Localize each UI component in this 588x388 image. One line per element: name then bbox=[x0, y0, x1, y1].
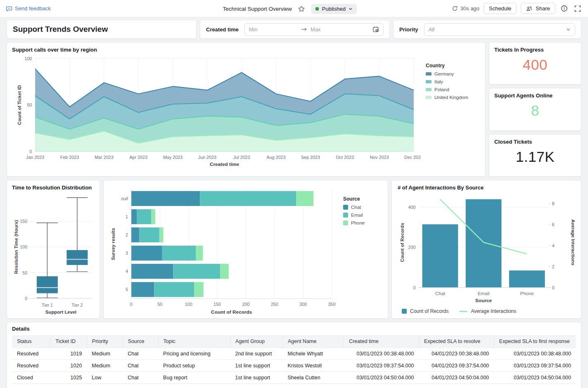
table-row[interactable]: Closed1025LowChatBug report1st line supp… bbox=[12, 372, 576, 384]
svg-text:2: 2 bbox=[552, 264, 555, 269]
page-title: Support Trends Overview bbox=[13, 25, 108, 34]
table-cell: 03/01/2023 00:38:48.000 bbox=[494, 348, 576, 360]
table-cell: 04/01/2023 04:50:04.000 bbox=[419, 372, 494, 384]
bar-swatch bbox=[402, 309, 407, 314]
details-card: Details StatusTicket IDPrioritySourceTop… bbox=[7, 322, 581, 388]
refresh-button[interactable]: 30s ago bbox=[452, 5, 479, 12]
chart-title: Time to Resolution Distribution bbox=[12, 185, 95, 191]
created-time-range-input[interactable]: Min Max bbox=[244, 23, 384, 36]
agent-interactions-chart-card: # of Agent Interactions By Source 020040… bbox=[391, 180, 581, 319]
table-cell: 03/01/2023 04:50:04.000 bbox=[494, 372, 576, 384]
column-header[interactable]: Agent Name bbox=[282, 335, 344, 348]
created-time-filter: Created time Min Max bbox=[200, 20, 390, 39]
line-swatch bbox=[459, 311, 467, 312]
svg-text:0: 0 bbox=[25, 296, 27, 301]
svg-text:Count of Records: Count of Records bbox=[400, 223, 405, 262]
send-feedback-link[interactable]: Send feedback bbox=[6, 5, 51, 12]
svg-text:Apr 2023: Apr 2023 bbox=[129, 155, 147, 160]
star-icon[interactable] bbox=[297, 4, 306, 14]
kpi-value: 8 bbox=[494, 95, 576, 126]
table-cell: 1025 bbox=[50, 372, 87, 384]
svg-text:Oct 2023: Oct 2023 bbox=[336, 155, 354, 160]
send-feedback-label: Send feedback bbox=[15, 5, 51, 12]
top-bar: Send feedback Technical Support Overview… bbox=[0, 0, 588, 17]
column-header[interactable]: Topic bbox=[158, 335, 230, 348]
legend-swatch bbox=[343, 205, 348, 210]
column-header[interactable]: Priority bbox=[87, 335, 123, 348]
publish-status-dropdown[interactable]: Published bbox=[311, 4, 357, 14]
svg-text:4: 4 bbox=[126, 269, 128, 274]
svg-text:150: 150 bbox=[213, 302, 221, 307]
publish-status-label: Published bbox=[322, 6, 346, 12]
details-title: Details bbox=[12, 326, 576, 332]
column-header[interactable]: Expected SLA to first response bbox=[494, 335, 576, 348]
table-row[interactable]: Resolved1020MediumChatProduct setup1st l… bbox=[12, 360, 576, 372]
svg-text:Survey results: Survey results bbox=[111, 228, 116, 260]
priority-select[interactable]: All bbox=[424, 23, 575, 36]
svg-text:Sep 2023: Sep 2023 bbox=[301, 155, 320, 160]
table-header-row: StatusTicket IDPrioritySourceTopicAgent … bbox=[12, 335, 576, 348]
table-cell: Chat bbox=[123, 372, 158, 384]
stacked-bar-chart: 0 50 100 150 200 250 300 350null12345Cou… bbox=[109, 185, 343, 314]
svg-text:50: 50 bbox=[157, 302, 162, 307]
svg-text:2: 2 bbox=[126, 232, 128, 237]
column-header[interactable]: Expected SLA to resolve bbox=[419, 335, 494, 348]
legend-label: Phone bbox=[351, 220, 365, 225]
info-icon[interactable] bbox=[560, 4, 569, 13]
priority-value: All bbox=[429, 26, 566, 33]
kpi-card: Tickets In Progress 400 bbox=[489, 42, 581, 85]
svg-text:0: 0 bbox=[413, 285, 415, 290]
svg-text:null: null bbox=[121, 196, 128, 201]
column-header[interactable]: Created time bbox=[344, 335, 419, 348]
table-row[interactable]: Resolved1019MediumChatPricing and licens… bbox=[12, 348, 576, 360]
svg-text:Jan 2023: Jan 2023 bbox=[26, 155, 44, 160]
column-header[interactable]: Agent Group bbox=[230, 335, 283, 348]
legend-label: United Kingdom bbox=[434, 95, 468, 100]
calendar-icon bbox=[372, 26, 379, 33]
svg-text:50: 50 bbox=[22, 270, 27, 275]
people-icon bbox=[526, 6, 533, 12]
legend-swatch bbox=[343, 213, 348, 218]
svg-text:200: 200 bbox=[408, 245, 415, 250]
svg-text:Support Level: Support Level bbox=[45, 310, 76, 315]
area-chart: 0 50 100Jan 2023Feb 2023Mar 2023Apr 2023… bbox=[12, 54, 426, 172]
priority-filter: Priority All bbox=[393, 20, 581, 39]
legend-label: Italy bbox=[434, 79, 443, 84]
legend-item: Email bbox=[343, 213, 383, 218]
table-cell: Sheela Cutten bbox=[282, 372, 344, 384]
speech-bubble-icon bbox=[6, 5, 12, 12]
svg-text:May 2023: May 2023 bbox=[163, 155, 183, 160]
legend-item: Chat bbox=[343, 205, 383, 210]
svg-text:50: 50 bbox=[27, 102, 32, 107]
legend-label: Average Interactions bbox=[471, 308, 516, 314]
combo-chart: 0200400 0 2 4 6 8ChatEmailPhoneSourceCou… bbox=[398, 191, 575, 308]
last-refreshed-label: 30s ago bbox=[460, 5, 479, 12]
table-cell: Medium bbox=[87, 348, 123, 360]
table-cell: 04/01/2023 00:38:48.000 bbox=[419, 348, 494, 360]
share-label: Share bbox=[536, 5, 550, 12]
fullscreen-icon[interactable] bbox=[573, 4, 582, 13]
legend-title: Country bbox=[426, 63, 480, 69]
table-cell: Bug report bbox=[158, 372, 230, 384]
table-cell: Closed bbox=[12, 372, 50, 384]
column-header[interactable]: Source bbox=[123, 335, 158, 348]
table-cell: Kristos Westoll bbox=[282, 360, 344, 372]
table-cell: Michele Whyatt bbox=[282, 348, 344, 360]
legend-label: Count of Records bbox=[410, 308, 448, 314]
svg-text:Feb 2023: Feb 2023 bbox=[60, 155, 79, 160]
column-header[interactable]: Ticket ID bbox=[50, 335, 87, 348]
priority-label: Priority bbox=[399, 26, 418, 33]
svg-text:1: 1 bbox=[126, 214, 128, 219]
table-cell: 03/01/2023 04:50:04.000 bbox=[344, 372, 419, 384]
schedule-label: Schedule bbox=[489, 5, 511, 12]
table-cell: Medium bbox=[87, 360, 123, 372]
legend-swatch bbox=[426, 96, 432, 99]
published-dot bbox=[315, 7, 319, 11]
column-header[interactable]: Status bbox=[12, 335, 50, 348]
chevron-down-icon bbox=[349, 7, 353, 11]
share-button[interactable]: Share bbox=[521, 3, 555, 14]
legend-label: Germany bbox=[434, 71, 454, 76]
support-calls-chart-card: Support calls over time by region 0 50 1… bbox=[7, 42, 486, 177]
chevron-down-icon bbox=[566, 27, 571, 32]
schedule-button[interactable]: Schedule bbox=[484, 3, 517, 14]
